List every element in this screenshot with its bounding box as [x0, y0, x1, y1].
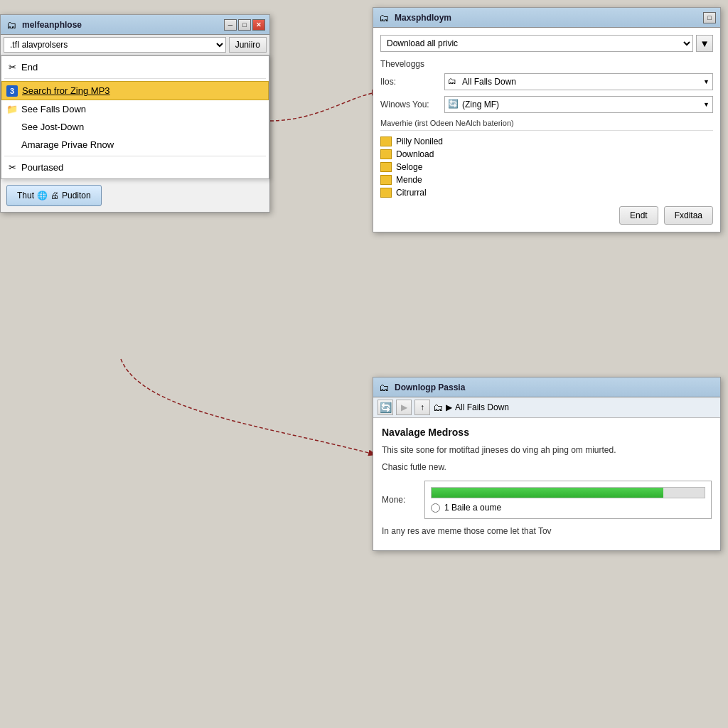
progress-bar-outer: [431, 487, 705, 498]
folder-item-1[interactable]: Pilly Noniled: [380, 135, 713, 148]
maximize-button-rt[interactable]: □: [703, 12, 716, 23]
folder-item-2[interactable]: Download: [380, 148, 713, 161]
ilos-select[interactable]: 🗂 All Falls Down ▼: [444, 73, 713, 90]
maximize-button[interactable]: □: [238, 19, 251, 31]
progress-container: 1 Baile a oume: [424, 481, 712, 519]
winows-row: Winows You: 🔄 (Zing MF) ▼: [380, 96, 713, 113]
folder-icon-5: [380, 188, 392, 198]
folder-icon-1: [380, 136, 392, 146]
folder-label-2: Download: [396, 149, 434, 159]
ilos-dropdown-arrow: ▼: [703, 78, 710, 85]
dropdown-extra-btn[interactable]: ▼: [696, 35, 713, 52]
menu-see-falls-label: See Falls Down: [21, 104, 86, 114]
nav-path: 🗂 ▶ All Fails Down: [433, 402, 716, 413]
refresh-icon: 🔄: [448, 99, 459, 110]
nav-fwd-icon: ▶: [401, 402, 407, 412]
titlebar-right-bottom[interactable]: 🗂 Downlogp Passia: [373, 378, 720, 397]
bottom-btn-label: Thut: [17, 191, 34, 200]
amarage-icon: [6, 139, 18, 151]
pourtased-icon: ✂: [6, 161, 18, 174]
toolbar-row: .tfI alavprolsers Juniiro: [1, 35, 269, 55]
titlebar-buttons-right-top: □: [703, 12, 716, 23]
folder-item-3[interactable]: Seloge: [380, 161, 713, 173]
window-left: 🗂 melfeanphlose ─ □ ✕ .tfI alavprolsers …: [0, 14, 270, 213]
endt-button[interactable]: Endt: [619, 206, 658, 225]
action-buttons: Endt Fxditaa: [380, 206, 713, 225]
window2-content: Download all privic ▼ Theveloggs Ilos: 🗂…: [373, 28, 720, 232]
titlebar-left[interactable]: 🗂 melfeanphlose ─ □ ✕: [1, 15, 269, 35]
folder-item-4[interactable]: Mende: [380, 173, 713, 186]
window-right-top: 🗂 Maxsphdloym □ Download all privic ▼ Th…: [373, 7, 721, 232]
folder-label-1: Pilly Noniled: [396, 136, 443, 146]
nav-back-icon: 🔄: [380, 402, 392, 413]
folder-label-3: Seloge: [396, 162, 422, 172]
theveloggs-label: Theveloggs: [380, 59, 444, 69]
minimize-button[interactable]: ─: [224, 19, 237, 31]
nav-up-icon: ↑: [420, 402, 424, 412]
folder-icon-3: [380, 162, 392, 172]
menu-separator-2: [4, 156, 266, 156]
winows-select[interactable]: 🔄 (Zing MF) ▼: [444, 96, 713, 113]
menu-pourtased-label: Pourtased: [21, 162, 63, 173]
radio-input[interactable]: [431, 503, 440, 513]
progress-row: Mone: 1 Baile a oume: [382, 481, 712, 519]
winows-dropdown-arrow: ▼: [703, 101, 710, 108]
window-right-bottom-icon: 🗂: [378, 381, 390, 394]
radio-row: 1 Baile a oume: [431, 503, 705, 513]
menu-end-label: End: [21, 62, 38, 73]
folder-yellow-icon: 🗂: [448, 76, 459, 87]
nav-up-button[interactable]: ↑: [414, 400, 430, 415]
content-area: Navalage Medross This site sone for moti…: [373, 418, 720, 550]
nav-fwd-button[interactable]: ▶: [396, 400, 412, 415]
content-text2: Chasic futle new.: [382, 461, 712, 473]
globe-icon: 🌐: [37, 191, 48, 200]
ilos-row: Ilos: 🗂 All Falls Down ▼: [380, 73, 713, 90]
nav-arrow-icon: ▶: [446, 402, 452, 412]
jost-icon: [6, 121, 18, 134]
nav-back-button[interactable]: 🔄: [378, 400, 393, 415]
menu-item-see-falls[interactable]: 📁 See Falls Down: [1, 100, 269, 118]
winows-value: (Zing MF): [462, 100, 700, 109]
nav-path-text: All Fails Down: [455, 402, 509, 412]
window-left-title: melfeanphlose: [22, 20, 224, 30]
scissors-icon: ✂: [6, 61, 18, 74]
menu-item-end[interactable]: ✂ End: [1, 58, 269, 76]
menu-see-jost-label: See Jost-Down: [21, 122, 84, 132]
window-right-top-icon: 🗂: [378, 11, 390, 24]
progress-bar-inner: [432, 488, 663, 498]
close-button[interactable]: ✕: [252, 19, 265, 31]
folder-icon-2: [380, 149, 392, 159]
download-dropdown[interactable]: Download all privic: [380, 35, 693, 52]
folder-item-5[interactable]: Citrurral: [380, 186, 713, 199]
toolbar-btn[interactable]: Juniiro: [229, 37, 267, 53]
progress-label: Mone:: [382, 495, 424, 505]
menu-search-label: Search fror Zing MP3: [22, 85, 110, 96]
bottom-btn2-label: Puditon: [62, 191, 91, 200]
folder-blue-icon: 📁: [6, 103, 18, 116]
nav-bar: 🔄 ▶ ↑ 🗂 ▶ All Fails Down: [373, 397, 720, 418]
fxditaa-button[interactable]: Fxditaa: [664, 206, 713, 225]
content-heading: Navalage Medross: [382, 427, 712, 438]
titlebar-right-top[interactable]: 🗂 Maxsphdloym □: [373, 8, 720, 28]
menu-item-pourtased[interactable]: ✂ Pourtased: [1, 159, 269, 176]
ilos-value: All Falls Down: [462, 77, 700, 87]
window-left-icon: 🗂: [5, 18, 18, 31]
menu-item-amarage[interactable]: Amarage Privae Rnow: [1, 136, 269, 154]
context-menu: ✂ End 3 Search fror Zing MP3 📁 See Falls…: [1, 55, 269, 179]
print-icon: 🖨: [50, 191, 59, 200]
bottom-thut-button[interactable]: Thut 🌐 🖨 Puditon: [6, 185, 102, 206]
section-title: Maverhie (irst Odeen NeAlch baterion): [380, 119, 713, 131]
folder-label-5: Citrurral: [396, 188, 427, 198]
menu-item-see-jost[interactable]: See Jost-Down: [1, 118, 269, 136]
folder-label-4: Mende: [396, 175, 422, 185]
window-right-top-title: Maxsphdloym: [395, 13, 703, 23]
window-right-bottom-title: Downlogp Passia: [395, 382, 716, 392]
window-right-bottom: 🗂 Downlogp Passia 🔄 ▶ ↑ 🗂 ▶ All Fails Do…: [373, 377, 721, 551]
menu-item-search[interactable]: 3 Search fror Zing MP3: [1, 81, 269, 100]
titlebar-buttons-left: ─ □ ✕: [224, 19, 265, 31]
ilos-label: Ilos:: [380, 77, 444, 87]
toolbar-dropdown[interactable]: .tfI alavprolsers: [4, 37, 226, 53]
menu-amarage-label: Amarage Privae Rnow: [21, 139, 114, 150]
folder-list: Pilly Noniled Download Seloge Mende Citr…: [380, 135, 713, 199]
search-num-icon: 3: [6, 85, 18, 97]
